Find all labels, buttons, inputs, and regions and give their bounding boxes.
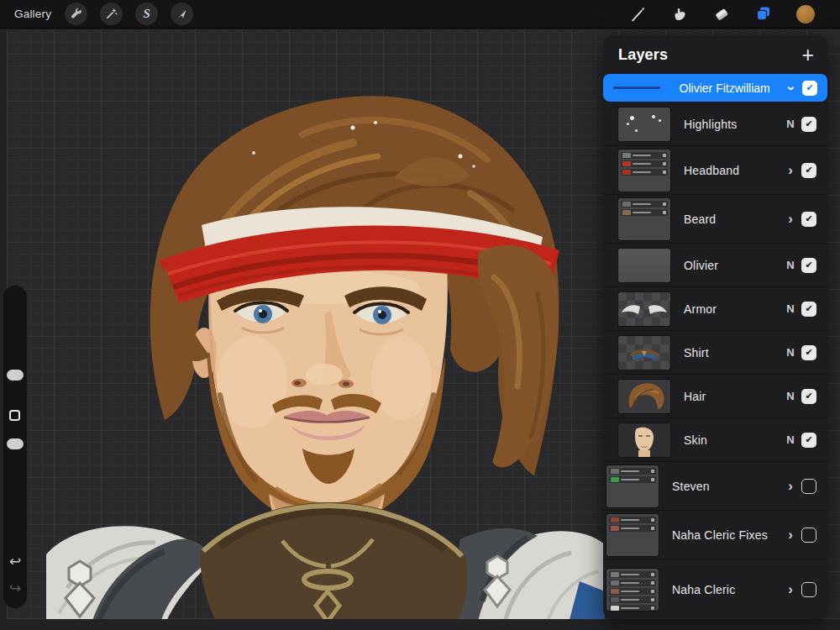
layers-icon — [753, 4, 774, 24]
group-thumbnail-line — [613, 87, 660, 90]
layer-thumbnail — [618, 380, 670, 413]
layer-name: Beard — [684, 213, 780, 226]
layer-thumbnail — [618, 423, 670, 457]
visibility-checkbox[interactable]: ✔ — [801, 163, 816, 178]
blend-mode-badge[interactable]: N — [780, 302, 801, 315]
add-layer-button[interactable]: + — [801, 45, 814, 66]
selection-button[interactable]: S — [135, 3, 158, 25]
visibility-checkbox[interactable]: ✔ — [801, 258, 816, 273]
group-thumbnail — [618, 198, 670, 240]
visibility-checkbox[interactable]: ✔ — [801, 345, 816, 360]
eraser-icon — [712, 5, 731, 24]
layer-group-row-olivier-fitzwilliam[interactable]: Olivier Fitzwilliam › ✔ — [603, 74, 827, 102]
layer-rows: HighlightsN✔Headband›✔Beard›✔OlivierN✔ A… — [603, 102, 827, 619]
group-expand-chevron-icon[interactable]: › — [780, 163, 801, 177]
group-name: Olivier Fitzwilliam — [660, 81, 789, 95]
redo-button[interactable]: ↪ — [3, 581, 27, 596]
blend-mode-badge[interactable]: N — [780, 390, 801, 402]
layer-row-steven[interactable]: Steven› — [603, 461, 827, 510]
active-color-swatch — [796, 5, 815, 24]
transform-button[interactable] — [171, 3, 193, 25]
visibility-checkbox[interactable] — [801, 582, 816, 597]
layers-panel-button[interactable] — [743, 4, 785, 24]
blend-mode-badge[interactable]: N — [780, 118, 801, 130]
layer-thumbnail — [618, 336, 670, 370]
layer-name: Naha Cleric Fixes — [672, 528, 780, 542]
layer-row-highlights[interactable]: HighlightsN✔ — [603, 102, 827, 145]
layer-thumbnail — [618, 292, 670, 326]
layer-row-naha-cleric[interactable]: Naha Cleric› — [603, 559, 827, 619]
layer-row-naha-cleric-fixes[interactable]: Naha Cleric Fixes› — [603, 510, 827, 559]
smudge-tool-button[interactable] — [659, 5, 701, 24]
gallery-button[interactable]: Gallery — [14, 8, 51, 20]
layers-panel-title: Layers — [618, 46, 668, 64]
layer-name: Armor — [684, 302, 780, 316]
layer-row-hair[interactable]: HairN✔ — [603, 374, 827, 417]
paintbrush-icon — [628, 5, 647, 24]
layer-name: Skin — [684, 433, 780, 447]
group-expand-chevron-icon[interactable]: › — [780, 528, 801, 542]
visibility-checkbox[interactable]: ✔ — [801, 212, 816, 227]
layer-name: Naha Cleric — [672, 583, 780, 596]
visibility-checkbox[interactable] — [801, 528, 816, 543]
group-expand-chevron-icon[interactable]: › — [780, 582, 801, 596]
layer-name: Steven — [672, 480, 780, 493]
adjustments-wand-button[interactable] — [100, 3, 123, 25]
visibility-checkbox[interactable]: ✔ — [801, 302, 816, 317]
visibility-checkbox[interactable] — [801, 479, 816, 494]
layer-name: Hair — [684, 390, 780, 403]
actions-wrench-button[interactable] — [65, 3, 87, 25]
visibility-checkbox[interactable]: ✔ — [801, 389, 816, 404]
transform-arrow-icon — [176, 8, 188, 20]
opacity-slider[interactable] — [7, 438, 24, 449]
group-expand-chevron-icon[interactable]: › — [780, 479, 801, 493]
layer-name: Olivier — [684, 259, 780, 272]
color-picker-button[interactable] — [785, 5, 827, 24]
side-toolbar: ↩ ↪ — [3, 286, 27, 608]
group-thumbnail — [606, 569, 659, 611]
wrench-icon — [70, 8, 82, 20]
blend-mode-badge[interactable]: N — [780, 259, 801, 271]
blend-mode-badge[interactable]: N — [780, 346, 801, 359]
layer-row-skin[interactable]: SkinN✔ — [603, 417, 827, 461]
modify-button[interactable] — [9, 410, 20, 421]
group-thumbnail — [606, 514, 659, 556]
layer-row-beard[interactable]: Beard›✔ — [603, 194, 827, 243]
visibility-checkbox[interactable]: ✔ — [802, 81, 817, 96]
brush-size-slider[interactable] — [7, 370, 24, 381]
top-toolbar: Gallery S — [0, 0, 840, 29]
layer-name: Headband — [684, 164, 780, 177]
layer-name: Shirt — [684, 346, 780, 360]
group-expand-chevron-icon[interactable]: › — [780, 212, 801, 226]
layers-panel: Layers + Olivier Fitzwilliam › ✔ Highlig… — [603, 35, 827, 619]
smudge-finger-icon — [670, 5, 689, 24]
visibility-checkbox[interactable]: ✔ — [801, 433, 816, 448]
layer-thumbnail — [618, 249, 670, 282]
chevron-down-icon[interactable]: › — [783, 86, 800, 91]
layer-row-headband[interactable]: Headband›✔ — [603, 145, 827, 194]
eraser-tool-button[interactable] — [701, 5, 743, 24]
layer-name: Highlights — [684, 118, 780, 131]
layer-row-shirt[interactable]: ShirtN✔ — [603, 330, 827, 374]
group-thumbnail — [618, 150, 670, 192]
layer-row-armor[interactable]: ArmorN✔ — [603, 286, 827, 330]
selection-s-icon: S — [144, 8, 150, 20]
brush-tool-button[interactable] — [617, 5, 659, 24]
layer-thumbnail — [618, 108, 670, 141]
magic-wand-icon — [105, 8, 118, 20]
layer-row-olivier[interactable]: OlivierN✔ — [603, 243, 827, 286]
visibility-checkbox[interactable]: ✔ — [801, 117, 816, 132]
undo-button[interactable]: ↩ — [3, 554, 27, 569]
group-thumbnail — [606, 465, 659, 507]
blend-mode-badge[interactable]: N — [780, 433, 801, 446]
